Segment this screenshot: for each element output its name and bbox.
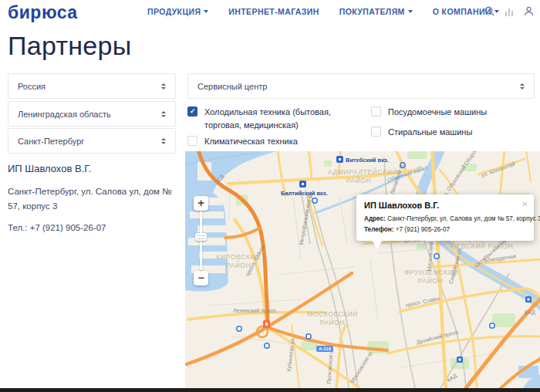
checkbox-dishwashers[interactable]: Посудомоечные машины <box>371 106 537 119</box>
partner-phone: Тел.: +7 (921) 905-26-07 <box>8 223 176 232</box>
road-shield: А-118 <box>316 346 333 352</box>
close-icon[interactable]: × <box>521 199 528 209</box>
district-label: МОСКОВСКИЙ РАЙОН <box>307 310 358 327</box>
updown-arrows-icon <box>161 83 166 90</box>
partner-name: ИП Шавлохов В.Г. <box>8 163 176 174</box>
popup-address: Адрес: Санкт-Петербург, ул. Салова ул, д… <box>364 214 526 225</box>
search-icon[interactable] <box>484 6 494 16</box>
city-select[interactable]: Санкт-Петербург <box>8 128 176 154</box>
site-header: бирюса ПРОДУКЦИЯ ИНТЕРНЕТ-МАГАЗИН ПОКУПА… <box>0 0 540 26</box>
zoom-slider-handle[interactable] <box>195 233 207 241</box>
updown-arrows-icon <box>520 83 525 90</box>
checkbox-checked-icon <box>187 106 197 117</box>
header-icons <box>484 6 534 16</box>
account-icon[interactable] <box>524 6 534 16</box>
bottom-bar <box>0 388 540 392</box>
partners-page: бирюса ПРОДУКЦИЯ ИНТЕРНЕТ-МАГАЗИН ПОКУПА… <box>0 0 540 392</box>
checkbox-climate[interactable]: Климатическая техника <box>187 135 361 148</box>
main-nav: ПРОДУКЦИЯ ИНТЕРНЕТ-МАГАЗИН ПОКУПАТЕЛЯМ О… <box>147 7 499 16</box>
page-title: Партнеры <box>8 31 132 61</box>
logo[interactable]: бирюса <box>8 2 78 23</box>
zoom-out-button[interactable]: − <box>194 271 208 286</box>
compare-icon[interactable] <box>505 7 514 16</box>
station-label: Витебский вкз. <box>346 157 389 164</box>
street-label: КАД <box>525 309 535 315</box>
popup-tail <box>372 240 383 249</box>
nav-shop[interactable]: ИНТЕРНЕТ-МАГАЗИН <box>228 7 319 16</box>
nav-customers[interactable]: ПОКУПАТЕЛЯМ <box>339 7 413 16</box>
checkbox-refrigeration[interactable]: Холодильная техника (бытовая, торговая, … <box>187 106 361 132</box>
zoom-in-button[interactable]: + <box>194 196 208 211</box>
chevron-down-icon <box>408 10 413 13</box>
street-label: Ленинский просп. <box>233 308 277 313</box>
partner-card: ИП Шавлохов В.Г. Санкт-Петербург, ул. Са… <box>8 163 176 232</box>
checkbox-unchecked-icon <box>371 106 381 117</box>
map-zoom-control: + − <box>194 196 208 286</box>
updown-arrows-icon <box>161 111 166 117</box>
chevron-down-icon <box>204 10 208 13</box>
partner-address: Санкт-Петербург, ул. Салова ул, дом № 57… <box>8 184 176 214</box>
country-select[interactable]: Россия <box>8 73 176 99</box>
popup-title: ИП Шавлохов В.Г. <box>364 201 526 210</box>
partner-type-select[interactable]: Сервисный центр <box>187 73 535 99</box>
map-canvas[interactable]: АДМИРАЛТЕЙСКИЙ РАЙОН КИРОВСКИЙ РАЙОН МОС… <box>185 151 540 388</box>
district-label: АДМИРАЛТЕЙСКИЙ РАЙОН <box>328 168 390 185</box>
checkbox-unchecked-icon <box>187 136 197 146</box>
checkbox-washers[interactable]: Стиральные машины <box>371 126 537 139</box>
region-select[interactable]: Ленинградская область <box>8 101 176 127</box>
nav-products[interactable]: ПРОДУКЦИЯ <box>147 7 208 16</box>
checkbox-unchecked-icon <box>371 127 381 137</box>
updown-arrows-icon <box>161 138 166 144</box>
zoom-slider-track[interactable] <box>200 211 202 270</box>
popup-phone: Телефон: +7 (921) 905-26-07 <box>364 225 526 235</box>
station-label: Балтийский вкз. <box>281 190 328 197</box>
map-popup: ИП Шавлохов В.Г. Адрес: Санкт-Петербург,… <box>356 194 534 241</box>
